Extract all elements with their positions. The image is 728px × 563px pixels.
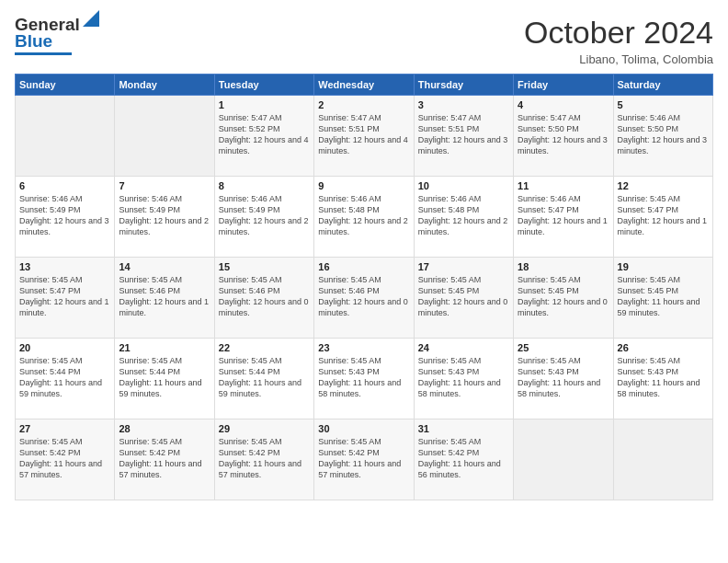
month-title: October 2024 bbox=[524, 15, 713, 51]
calendar-container: Sunday Monday Tuesday Wednesday Thursday… bbox=[15, 74, 713, 554]
title-area: October 2024 Libano, Tolima, Colombia bbox=[524, 15, 713, 66]
col-wednesday: Wednesday bbox=[314, 75, 414, 96]
day-number: 23 bbox=[318, 342, 409, 353]
day-number: 15 bbox=[219, 261, 310, 272]
day-cell: 30Sunrise: 5:45 AM Sunset: 5:42 PM Dayli… bbox=[314, 419, 414, 500]
day-number: 28 bbox=[119, 423, 210, 434]
day-number: 20 bbox=[19, 342, 110, 353]
day-info: Sunrise: 5:46 AM Sunset: 5:49 PM Dayligh… bbox=[219, 193, 310, 238]
day-number: 7 bbox=[119, 180, 210, 191]
day-info: Sunrise: 5:45 AM Sunset: 5:42 PM Dayligh… bbox=[119, 436, 210, 481]
day-cell: 28Sunrise: 5:45 AM Sunset: 5:42 PM Dayli… bbox=[115, 419, 214, 500]
day-number: 3 bbox=[418, 99, 509, 110]
day-cell: 19Sunrise: 5:45 AM Sunset: 5:45 PM Dayli… bbox=[613, 258, 712, 339]
day-info: Sunrise: 5:45 AM Sunset: 5:45 PM Dayligh… bbox=[618, 274, 709, 319]
day-number: 4 bbox=[518, 99, 609, 110]
day-number: 14 bbox=[119, 261, 210, 272]
day-cell: 15Sunrise: 5:45 AM Sunset: 5:46 PM Dayli… bbox=[214, 258, 313, 339]
logo-arrow-icon bbox=[83, 10, 99, 27]
day-number: 5 bbox=[618, 99, 709, 110]
day-cell: 8Sunrise: 5:46 AM Sunset: 5:49 PM Daylig… bbox=[214, 177, 313, 258]
day-cell: 21Sunrise: 5:45 AM Sunset: 5:44 PM Dayli… bbox=[115, 339, 214, 419]
day-cell: 5Sunrise: 5:46 AM Sunset: 5:50 PM Daylig… bbox=[613, 96, 712, 177]
day-info: Sunrise: 5:46 AM Sunset: 5:48 PM Dayligh… bbox=[318, 193, 409, 238]
day-number: 8 bbox=[219, 180, 310, 191]
day-cell: 26Sunrise: 5:45 AM Sunset: 5:43 PM Dayli… bbox=[613, 339, 712, 419]
day-cell: 13Sunrise: 5:45 AM Sunset: 5:47 PM Dayli… bbox=[16, 258, 115, 339]
day-info: Sunrise: 5:45 AM Sunset: 5:44 PM Dayligh… bbox=[119, 355, 210, 400]
day-number: 21 bbox=[119, 342, 210, 353]
day-number: 11 bbox=[518, 180, 609, 191]
day-cell: 16Sunrise: 5:45 AM Sunset: 5:46 PM Dayli… bbox=[314, 258, 414, 339]
header: General Blue October 2024 Libano, Tolima… bbox=[15, 15, 713, 66]
day-info: Sunrise: 5:45 AM Sunset: 5:47 PM Dayligh… bbox=[618, 193, 709, 238]
day-number: 6 bbox=[19, 180, 110, 191]
day-number: 16 bbox=[318, 261, 409, 272]
day-number: 9 bbox=[318, 180, 409, 191]
day-info: Sunrise: 5:45 AM Sunset: 5:44 PM Dayligh… bbox=[19, 355, 110, 400]
logo-blue: Blue bbox=[15, 31, 52, 52]
day-info: Sunrise: 5:45 AM Sunset: 5:46 PM Dayligh… bbox=[219, 274, 310, 319]
col-friday: Friday bbox=[514, 75, 613, 96]
day-number: 18 bbox=[518, 261, 609, 272]
day-number: 31 bbox=[418, 423, 509, 434]
day-info: Sunrise: 5:45 AM Sunset: 5:42 PM Dayligh… bbox=[19, 436, 110, 481]
day-cell: 12Sunrise: 5:45 AM Sunset: 5:47 PM Dayli… bbox=[613, 177, 712, 258]
day-number: 17 bbox=[418, 261, 509, 272]
day-info: Sunrise: 5:47 AM Sunset: 5:51 PM Dayligh… bbox=[318, 112, 409, 157]
logo: General Blue bbox=[15, 15, 99, 55]
day-cell: 14Sunrise: 5:45 AM Sunset: 5:46 PM Dayli… bbox=[115, 258, 214, 339]
day-cell: 3Sunrise: 5:47 AM Sunset: 5:51 PM Daylig… bbox=[414, 96, 513, 177]
day-cell: 22Sunrise: 5:45 AM Sunset: 5:44 PM Dayli… bbox=[214, 339, 313, 419]
svg-marker-0 bbox=[83, 10, 99, 27]
day-info: Sunrise: 5:45 AM Sunset: 5:43 PM Dayligh… bbox=[318, 355, 409, 400]
day-info: Sunrise: 5:47 AM Sunset: 5:50 PM Dayligh… bbox=[518, 112, 609, 157]
day-cell bbox=[115, 96, 214, 177]
day-info: Sunrise: 5:45 AM Sunset: 5:46 PM Dayligh… bbox=[318, 274, 409, 319]
day-cell: 25Sunrise: 5:45 AM Sunset: 5:43 PM Dayli… bbox=[514, 339, 613, 419]
day-cell: 27Sunrise: 5:45 AM Sunset: 5:42 PM Dayli… bbox=[16, 419, 115, 500]
day-cell bbox=[514, 419, 613, 500]
day-number: 27 bbox=[19, 423, 110, 434]
day-info: Sunrise: 5:45 AM Sunset: 5:43 PM Dayligh… bbox=[418, 355, 509, 400]
day-info: Sunrise: 5:45 AM Sunset: 5:44 PM Dayligh… bbox=[219, 355, 310, 400]
weekday-header-row: Sunday Monday Tuesday Wednesday Thursday… bbox=[16, 75, 713, 96]
day-number: 13 bbox=[19, 261, 110, 272]
day-cell: 18Sunrise: 5:45 AM Sunset: 5:45 PM Dayli… bbox=[514, 258, 613, 339]
day-info: Sunrise: 5:45 AM Sunset: 5:42 PM Dayligh… bbox=[418, 436, 509, 481]
day-info: Sunrise: 5:46 AM Sunset: 5:48 PM Dayligh… bbox=[418, 193, 509, 238]
day-info: Sunrise: 5:46 AM Sunset: 5:49 PM Dayligh… bbox=[19, 193, 110, 238]
day-info: Sunrise: 5:45 AM Sunset: 5:43 PM Dayligh… bbox=[518, 355, 609, 400]
day-cell: 10Sunrise: 5:46 AM Sunset: 5:48 PM Dayli… bbox=[414, 177, 513, 258]
day-cell: 7Sunrise: 5:46 AM Sunset: 5:49 PM Daylig… bbox=[115, 177, 214, 258]
day-info: Sunrise: 5:45 AM Sunset: 5:45 PM Dayligh… bbox=[418, 274, 509, 319]
day-cell: 2Sunrise: 5:47 AM Sunset: 5:51 PM Daylig… bbox=[314, 96, 414, 177]
day-number: 29 bbox=[219, 423, 310, 434]
day-info: Sunrise: 5:45 AM Sunset: 5:42 PM Dayligh… bbox=[219, 436, 310, 481]
day-number: 12 bbox=[618, 180, 709, 191]
day-number: 24 bbox=[418, 342, 509, 353]
day-info: Sunrise: 5:45 AM Sunset: 5:43 PM Dayligh… bbox=[618, 355, 709, 400]
day-number: 30 bbox=[318, 423, 409, 434]
day-info: Sunrise: 5:45 AM Sunset: 5:46 PM Dayligh… bbox=[119, 274, 210, 319]
day-number: 25 bbox=[518, 342, 609, 353]
week-row-4: 27Sunrise: 5:45 AM Sunset: 5:42 PM Dayli… bbox=[16, 419, 713, 500]
day-cell: 1Sunrise: 5:47 AM Sunset: 5:52 PM Daylig… bbox=[214, 96, 313, 177]
day-number: 22 bbox=[219, 342, 310, 353]
day-cell: 23Sunrise: 5:45 AM Sunset: 5:43 PM Dayli… bbox=[314, 339, 414, 419]
day-cell bbox=[613, 419, 712, 500]
day-cell: 9Sunrise: 5:46 AM Sunset: 5:48 PM Daylig… bbox=[314, 177, 414, 258]
day-cell: 6Sunrise: 5:46 AM Sunset: 5:49 PM Daylig… bbox=[16, 177, 115, 258]
day-info: Sunrise: 5:45 AM Sunset: 5:47 PM Dayligh… bbox=[19, 274, 110, 319]
week-row-1: 6Sunrise: 5:46 AM Sunset: 5:49 PM Daylig… bbox=[16, 177, 713, 258]
day-cell: 20Sunrise: 5:45 AM Sunset: 5:44 PM Dayli… bbox=[16, 339, 115, 419]
week-row-3: 20Sunrise: 5:45 AM Sunset: 5:44 PM Dayli… bbox=[16, 339, 713, 419]
location: Libano, Tolima, Colombia bbox=[524, 52, 713, 66]
day-cell: 17Sunrise: 5:45 AM Sunset: 5:45 PM Dayli… bbox=[414, 258, 513, 339]
logo-underline bbox=[15, 52, 72, 55]
day-info: Sunrise: 5:47 AM Sunset: 5:51 PM Dayligh… bbox=[418, 112, 509, 157]
page: General Blue October 2024 Libano, Tolima… bbox=[0, 0, 728, 563]
day-number: 2 bbox=[318, 99, 409, 110]
day-info: Sunrise: 5:46 AM Sunset: 5:47 PM Dayligh… bbox=[518, 193, 609, 238]
col-tuesday: Tuesday bbox=[214, 75, 313, 96]
